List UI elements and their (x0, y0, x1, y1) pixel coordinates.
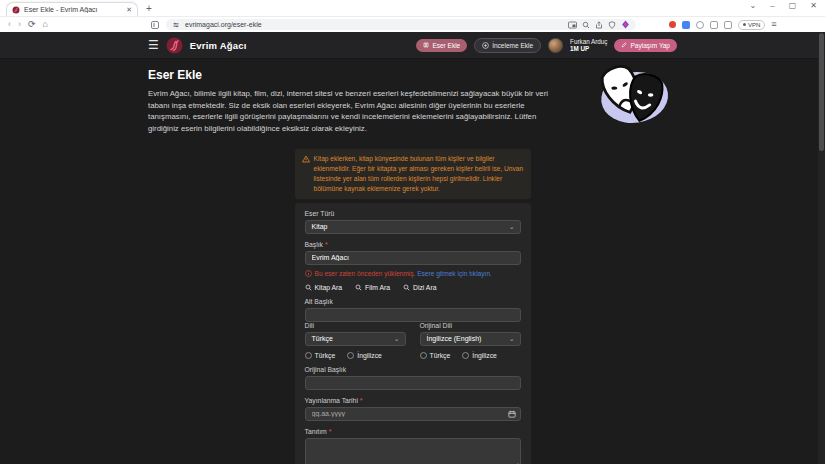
warning-icon (302, 155, 310, 163)
extension-square2-icon[interactable] (724, 21, 732, 29)
page-content: Eser Ekle Evrim Ağacı, bilimle ilgili ki… (148, 59, 677, 464)
synopsis-textarea[interactable] (305, 438, 521, 464)
url-text[interactable]: evrimagaci.org/eser-ekle (185, 21, 563, 28)
maximize-button[interactable]: ▢ (789, 2, 797, 10)
radio-turkce[interactable]: Türkçe (305, 352, 336, 359)
user-avatar[interactable] (548, 38, 563, 53)
search-icon (305, 284, 312, 291)
radio-icon (462, 352, 469, 359)
evrim-agaci-logo[interactable] (166, 37, 183, 54)
calendar-icon[interactable] (508, 410, 516, 418)
extension-circle-icon[interactable] (696, 21, 704, 29)
radio-icon (347, 352, 354, 359)
chevron-down-icon: ⌄ (509, 223, 515, 231)
add-work-button[interactable]: Eser Ekle (416, 39, 467, 52)
extension-square-icon[interactable] (710, 21, 718, 29)
search-series-link[interactable]: Dizi Ara (403, 284, 436, 291)
book-icon (423, 42, 429, 48)
radio-ingilizce[interactable]: İngilizce (462, 352, 497, 359)
add-work-form: Eser Türü Kitap ⌄ Başlık * Bu eser zaten… (295, 203, 531, 464)
page-scrollbar[interactable] (818, 32, 825, 464)
duplicate-note-text: Bu eser zaten önceden yüklenmiş. (315, 270, 416, 277)
publish-date-input[interactable] (305, 407, 521, 421)
subtitle-label: Alt Başlık (305, 298, 521, 305)
title-label: Başlık * (305, 241, 521, 248)
home-icon[interactable]: ⌂ (43, 20, 48, 29)
language-label: Dili (305, 322, 406, 329)
site-header: ☰ Evrim Ağacı Eser Ekle İnceleme Ekle Fu… (0, 32, 825, 59)
subtitle-input[interactable] (305, 308, 521, 322)
original-title-label: Orijinal Başlık (305, 366, 521, 373)
radio-icon (305, 352, 312, 359)
user-badge: 1M UP (570, 45, 607, 52)
vpn-badge[interactable]: VPN (738, 20, 765, 30)
browser-tab[interactable]: Eser Ekle - Evrim Ağacı ✕ (6, 2, 138, 16)
chevron-down-icon: ⌄ (509, 335, 515, 343)
work-type-label: Eser Türü (305, 210, 521, 217)
vpn-dot-icon (743, 23, 746, 26)
share-icon[interactable] (595, 21, 603, 29)
radio-turkce[interactable]: Türkçe (420, 352, 451, 359)
hamburger-menu-icon[interactable]: ☰ (148, 39, 159, 51)
language-select[interactable]: Türkçe ⌄ (305, 332, 406, 346)
tab-strip: Eser Ekle - Evrim Ağacı ✕ + ⌄ – ▢ ✕ (0, 0, 825, 17)
url-bar[interactable]: evrimagaci.org/eser-ekle (166, 19, 636, 30)
window-controls: ⌄ – ▢ ✕ (750, 2, 817, 10)
pencil-icon (621, 42, 627, 48)
forward-icon[interactable]: › (18, 20, 21, 29)
extension-translate-icon[interactable] (682, 21, 690, 29)
required-asterisk: * (329, 428, 332, 435)
add-review-button[interactable]: İnceleme Ekle (474, 38, 541, 53)
radio-icon (420, 352, 427, 359)
close-window-button[interactable]: ✕ (810, 2, 817, 10)
zoom-icon[interactable] (582, 21, 590, 29)
shield-icon[interactable] (608, 21, 616, 29)
extensions-cluster: VPN ≡ (669, 20, 777, 30)
required-asterisk: * (360, 397, 363, 404)
search-icon (355, 284, 362, 291)
reading-list-icon[interactable] (151, 21, 159, 29)
required-asterisk: * (325, 241, 328, 248)
picture-in-picture-icon[interactable] (568, 21, 577, 29)
title-input[interactable] (305, 251, 521, 265)
vpn-label: VPN (748, 22, 760, 28)
synopsis-label: Tanıtım * (305, 428, 521, 435)
radio-ingilizce[interactable]: İngilizce (347, 352, 382, 359)
chevron-down-icon: ⌄ (394, 335, 400, 343)
user-info[interactable]: Furkan Arduç 1M UP (570, 38, 607, 52)
tab-search-chevron-icon[interactable]: ⌄ (750, 2, 757, 10)
search-film-link[interactable]: Film Ara (355, 284, 390, 291)
info-icon (305, 270, 312, 277)
reload-icon[interactable]: ⟳ (28, 20, 36, 29)
tab-title: Eser Ekle - Evrim Ağacı (24, 6, 122, 13)
intro-text: Evrim Ağacı, bilimle ilgili kitap, film,… (148, 88, 564, 134)
share-post-button[interactable]: Paylaşım Yap (614, 39, 677, 52)
search-book-link[interactable]: Kitap Ara (305, 284, 343, 291)
language-radio-group: Türkçe İngilizce (305, 352, 406, 359)
browser-menu-icon[interactable]: ≡ (771, 20, 776, 29)
brand-name[interactable]: Evrim Ağacı (190, 40, 247, 51)
theater-masks-image (589, 59, 677, 131)
search-links-row: Kitap Ara Film Ara Dizi Ara (305, 284, 521, 291)
original-language-label: Orijinal Dili (420, 322, 521, 329)
publish-date-label: Yayınlanma Tarihi * (305, 397, 521, 404)
browser-toolbar: ‹ › ⟳ ⌂ evrimagaci.org/eser-ekle (0, 17, 825, 32)
scrollbar-thumb[interactable] (819, 33, 824, 151)
extension-badge-icon[interactable] (621, 20, 630, 29)
original-language-radio-group: Türkçe İngilizce (420, 352, 521, 359)
duplicate-note: Bu eser zaten önceden yüklenmiş. Esere g… (305, 269, 521, 278)
tab-close-icon[interactable]: ✕ (126, 6, 132, 13)
warning-text: Kitap eklerken, kitap künyesinde bulunan… (314, 154, 524, 194)
back-icon[interactable]: ‹ (8, 20, 11, 29)
minimize-button[interactable]: – (770, 2, 774, 10)
favicon-evrim-agaci (12, 6, 20, 14)
work-type-select[interactable]: Kitap ⌄ (305, 220, 521, 234)
warning-box: Kitap eklerken, kitap künyesinde bulunan… (295, 149, 531, 199)
extension-red-icon[interactable] (669, 21, 676, 28)
original-title-input[interactable] (305, 376, 521, 390)
new-tab-button[interactable]: + (146, 4, 152, 16)
plus-circle-icon (482, 42, 489, 49)
duplicate-note-link[interactable]: Esere gitmek için tıklayın. (417, 270, 492, 277)
original-language-select[interactable]: İngilizce (English) ⌄ (420, 332, 521, 346)
site-info-icon[interactable] (172, 21, 180, 29)
